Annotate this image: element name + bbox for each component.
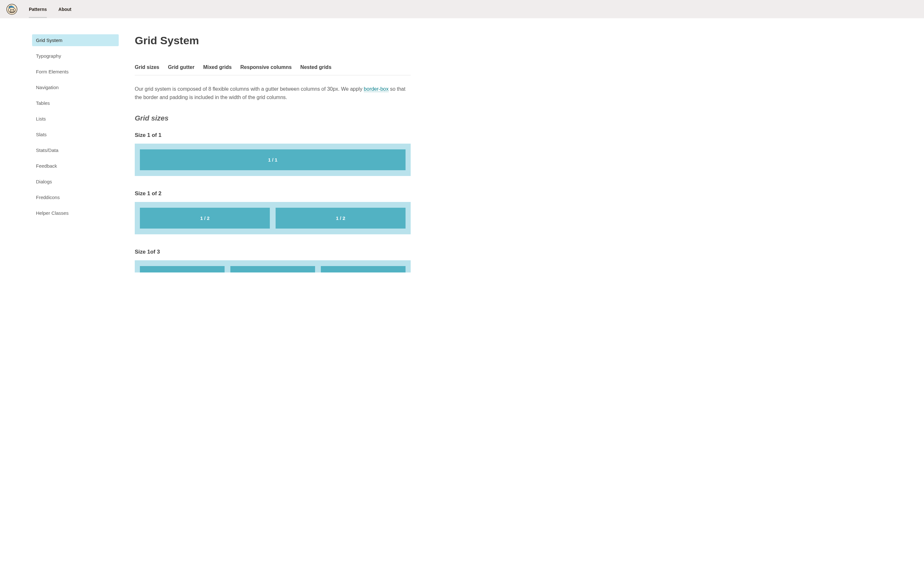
tab-nested-grids[interactable]: Nested grids (300, 64, 331, 70)
sidebar-item-stats-data[interactable]: Stats/Data (32, 144, 119, 156)
nav-link-patterns[interactable]: Patterns (29, 1, 47, 18)
demo-label-1of3: Size 1of 3 (135, 249, 411, 255)
border-box-link[interactable]: border-box (364, 86, 389, 92)
demo-box-1of2: 1 / 2 1 / 2 (135, 202, 411, 234)
sidebar-item-lists[interactable]: Lists (32, 113, 119, 125)
sidebar-item-grid-system[interactable]: Grid System (32, 34, 119, 46)
page-title: Grid System (135, 34, 411, 47)
demo-box-1of3 (135, 260, 411, 272)
sidebar-item-dialogs[interactable]: Dialogs (32, 176, 119, 187)
demo-cell (321, 266, 405, 272)
header: Patterns About (0, 0, 924, 18)
demo-cell: 1 / 2 (276, 208, 405, 229)
sidebar-item-navigation[interactable]: Navigation (32, 81, 119, 93)
demo-cell (230, 266, 315, 272)
sidebar-item-form-elements[interactable]: Form Elements (32, 66, 119, 77)
svg-point-3 (13, 9, 14, 10)
mailchimp-logo-icon[interactable] (6, 4, 17, 15)
demo-cell: 1 / 1 (140, 149, 405, 170)
sidebar-item-slats[interactable]: Slats (32, 129, 119, 140)
demo-cell: 1 / 2 (140, 208, 270, 229)
svg-point-2 (10, 9, 11, 10)
demo-cell (140, 266, 225, 272)
demo-label-1of1: Size 1 of 1 (135, 132, 411, 139)
sidebar-item-feedback[interactable]: Feedback (32, 160, 119, 172)
page-container: Grid System Typography Form Elements Nav… (0, 18, 924, 288)
sidebar-item-helper-classes[interactable]: Helper Classes (32, 207, 119, 219)
tab-mixed-grids[interactable]: Mixed grids (203, 64, 232, 70)
demo-box-1of1: 1 / 1 (135, 143, 411, 176)
section-tabs: Grid sizes Grid gutter Mixed grids Respo… (135, 64, 411, 75)
sidebar-item-typography[interactable]: Typography (32, 50, 119, 62)
main-content: Grid System Grid sizes Grid gutter Mixed… (135, 34, 411, 272)
header-nav: Patterns About (29, 1, 71, 18)
intro-text: Our grid system is composed of 8 flexibl… (135, 85, 411, 101)
sidebar-item-freddicons[interactable]: Freddicons (32, 191, 119, 203)
tab-grid-sizes[interactable]: Grid sizes (135, 64, 159, 70)
tab-responsive-columns[interactable]: Responsive columns (240, 64, 292, 70)
section-title-grid-sizes: Grid sizes (135, 114, 411, 122)
nav-link-about[interactable]: About (58, 1, 71, 18)
sidebar: Grid System Typography Form Elements Nav… (32, 34, 119, 272)
intro-before: Our grid system is composed of 8 flexibl… (135, 86, 364, 92)
tab-grid-gutter[interactable]: Grid gutter (168, 64, 194, 70)
demo-label-1of2: Size 1 of 2 (135, 190, 411, 197)
sidebar-item-tables[interactable]: Tables (32, 97, 119, 109)
